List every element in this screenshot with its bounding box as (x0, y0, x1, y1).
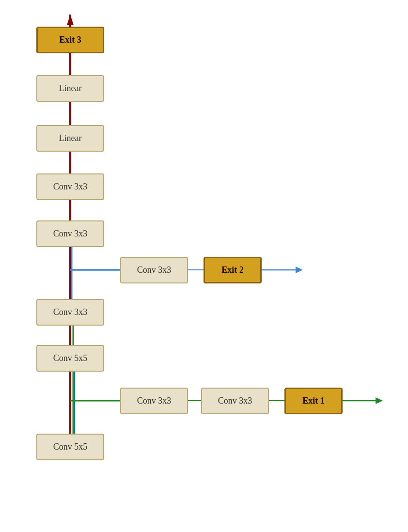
conv3x3-3-node: Conv 3x3 (36, 299, 104, 326)
linear2-node: Linear (36, 125, 104, 152)
conv3x3-2-node: Conv 3x3 (36, 220, 104, 247)
conv3x3-branch1a-label: Conv 3x3 (137, 396, 172, 406)
exit3-label: Exit 3 (59, 35, 81, 45)
conv3x3-branch1b-label: Conv 3x3 (218, 396, 252, 406)
conv3x3-branch1a-node: Conv 3x3 (120, 388, 188, 414)
exit1-label: Exit 1 (302, 396, 325, 406)
svg-marker-15 (376, 397, 383, 404)
conv5x5-2-label: Conv 5x5 (53, 442, 88, 452)
linear2-label: Linear (59, 133, 82, 143)
conv3x3-3-label: Conv 3x3 (53, 307, 88, 317)
conv3x3-1-label: Conv 3x3 (53, 182, 88, 192)
exit2-node: Exit 2 (204, 257, 262, 283)
diagram-container: Exit 3 Linear Linear Conv 3x3 Conv 3x3 C… (0, 0, 408, 532)
conv5x5-2-node: Conv 5x5 (36, 434, 104, 460)
exit2-label: Exit 2 (221, 265, 244, 275)
conv5x5-1-label: Conv 5x5 (53, 353, 88, 363)
exit3-node: Exit 3 (36, 27, 104, 53)
conv5x5-1-node: Conv 5x5 (36, 345, 104, 372)
linear1-node: Linear (36, 75, 104, 102)
svg-marker-10 (296, 266, 303, 273)
conv3x3-branch1b-node: Conv 3x3 (201, 388, 269, 414)
exit1-node: Exit 1 (284, 388, 343, 414)
conv3x3-1-node: Conv 3x3 (36, 173, 104, 200)
conv3x3-branch2-node: Conv 3x3 (120, 257, 188, 283)
conv3x3-2-label: Conv 3x3 (53, 229, 88, 239)
linear1-label: Linear (59, 83, 82, 94)
conv3x3-branch2-label: Conv 3x3 (137, 265, 172, 275)
